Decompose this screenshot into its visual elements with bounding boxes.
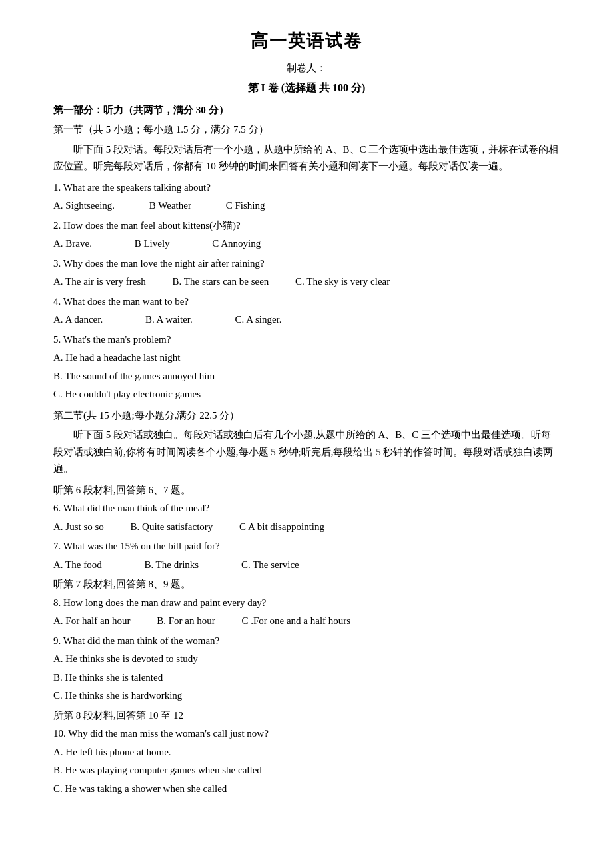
question-2: 2. How does the man feel about kittens(小… xyxy=(53,217,560,235)
part1-title: 第一部分：听力（共两节，满分 30 分） xyxy=(53,102,560,119)
option-9a: A. He thinks she is devoted to study xyxy=(53,651,560,668)
option-10c: C. He was taking a shower when she calle… xyxy=(53,781,560,798)
volume-label: 第 I 卷 (选择题 共 100 分) xyxy=(53,79,560,97)
options-1: A. Sightseeing. B Weather C Fishing xyxy=(53,197,560,215)
options-3: A. The air is very fresh B. The stars ca… xyxy=(53,273,560,291)
question-4: 4. What does the man want to be? xyxy=(53,293,560,311)
question-10: 10. Why did the man miss the woman's cal… xyxy=(53,725,560,743)
question-5: 5. What's the man's problem? xyxy=(53,331,560,349)
option-5b: B. The sound of the games annoyed him xyxy=(53,368,560,385)
question-7: 7. What was the 15% on the bill paid for… xyxy=(53,538,560,555)
option-5a: A. He had a headache last night xyxy=(53,349,560,367)
section2-instruction: 听下面 5 段对话或独白。每段对话或独白后有几个小题,从题中所给的 A、B、C … xyxy=(53,427,560,478)
option-9c: C. He thinks she is hardworking xyxy=(53,687,560,705)
section2-title: 第二节(共 15 小题;每小题分,满分 22.5 分） xyxy=(53,407,560,425)
segment-label-2: 所第 8 段材料,回答第 10 至 12 xyxy=(53,707,560,725)
option-10a: A. He left his phone at home. xyxy=(53,744,560,761)
option-5c: C. He couldn't play electronic games xyxy=(53,386,560,403)
question-1: 1. What are the speakers talking about? xyxy=(53,179,560,197)
options-6: A. Just so so B. Quite satisfactory C A … xyxy=(53,519,560,536)
segment-label-1: 听第 7 段材料,回答第 8、9 题。 xyxy=(53,576,560,593)
page-title: 高一英语试卷 xyxy=(53,27,560,56)
section1-instruction: 听下面 5 段对话。每段对话后有一个小题，从题中所给的 A、B、C 三个选项中选… xyxy=(53,141,560,175)
section1-title: 第一节（共 5 小题；每小题 1.5 分，满分 7.5 分） xyxy=(53,121,560,139)
option-10b: B. He was playing computer games when sh… xyxy=(53,762,560,779)
question-6: 6. What did the man think of the meal? xyxy=(53,500,560,517)
segment-label-0: 听第 6 段材料,回答第 6、7 题。 xyxy=(53,482,560,499)
maker-label: 制卷人： xyxy=(53,60,560,77)
options-4: A. A dancer. B. A waiter. C. A singer. xyxy=(53,311,560,329)
question-9: 9. What did the man think of the woman? xyxy=(53,633,560,650)
question-8: 8. How long does the man draw and paint … xyxy=(53,595,560,612)
question-3: 3. Why does the man love the night air a… xyxy=(53,255,560,273)
option-9b: B. He thinks she is talented xyxy=(53,669,560,687)
options-7: A. The food B. The drinks C. The service xyxy=(53,557,560,574)
options-8: A. For half an hour B. For an hour C .Fo… xyxy=(53,613,560,630)
options-2: A. Brave. B Lively C Annoying xyxy=(53,235,560,253)
